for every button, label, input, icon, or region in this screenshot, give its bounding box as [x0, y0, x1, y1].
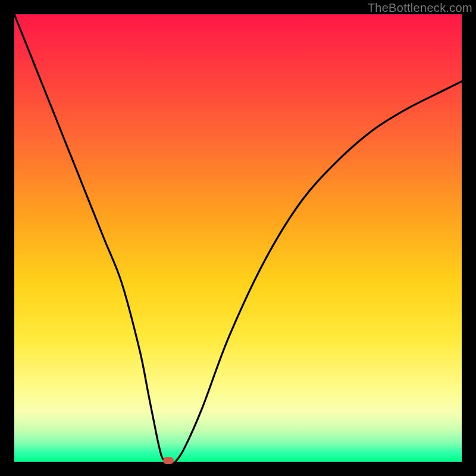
bottleneck-curve	[14, 14, 462, 462]
curve-path	[14, 14, 462, 462]
optimum-marker	[163, 457, 174, 464]
chart-frame	[14, 14, 462, 462]
watermark-text: TheBottleneck.com	[368, 1, 472, 15]
